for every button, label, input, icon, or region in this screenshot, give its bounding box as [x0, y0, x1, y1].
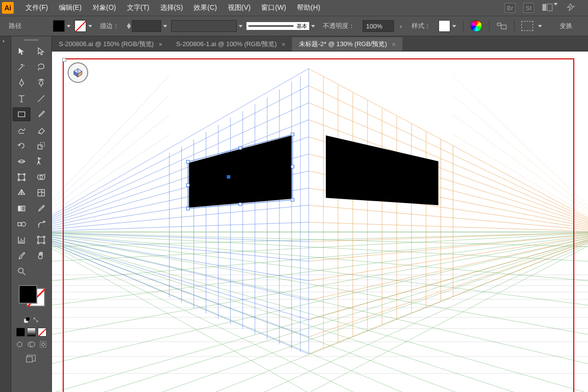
tab-doc-2[interactable]: S-200806-1.ai @ 100% (RGB/预览)×: [169, 37, 292, 51]
document-tabs: S-200806.ai @ 150% (RGB/预览)× S-200806-1.…: [52, 36, 588, 52]
arrange-docs-icon[interactable]: [542, 3, 558, 13]
pen-tool[interactable]: [13, 76, 30, 90]
close-icon[interactable]: ×: [282, 41, 286, 48]
eyedropper-tool[interactable]: [32, 202, 50, 215]
puppet-warp-tool[interactable]: [32, 155, 50, 168]
curvature-tool[interactable]: [32, 76, 50, 90]
svg-rect-137: [291, 198, 294, 201]
recolor-icon[interactable]: [470, 20, 482, 32]
draw-inside-icon[interactable]: [39, 340, 47, 350]
free-transform-tool[interactable]: [13, 170, 30, 184]
default-colors-icon[interactable]: [24, 316, 30, 325]
rotate-tool[interactable]: [13, 139, 30, 153]
svg-line-33: [52, 232, 355, 392]
bridge-icon[interactable]: Br: [505, 3, 515, 13]
type-tool[interactable]: [13, 92, 30, 105]
menu-help[interactable]: 帮助(H): [292, 1, 325, 14]
color-mode-solid[interactable]: [16, 328, 25, 337]
zoom-tool[interactable]: [13, 264, 30, 278]
left-panel-collapse[interactable]: ‹‹: [0, 36, 11, 392]
slice-tool[interactable]: [13, 249, 30, 262]
svg-line-45: [262, 232, 588, 392]
svg-line-36: [52, 232, 516, 392]
svg-point-8: [38, 161, 40, 163]
scale-tool[interactable]: [32, 139, 50, 153]
svg-rect-135: [291, 133, 294, 136]
canvas[interactable]: [52, 52, 588, 392]
svg-line-125: [52, 76, 170, 232]
artboard-tool[interactable]: [32, 233, 50, 247]
stroke-swatch[interactable]: [74, 20, 92, 32]
rectangle-tool[interactable]: [13, 107, 30, 121]
close-icon[interactable]: ×: [392, 41, 396, 48]
selection-tool[interactable]: [13, 45, 30, 58]
stroke-label: 描边：: [96, 21, 123, 31]
menu-bar: Ai 文件(F) 编辑(E) 对象(O) 文字(T) 选择(S) 效果(C) 视…: [0, 0, 588, 16]
menu-window[interactable]: 窗口(W): [256, 1, 291, 14]
svg-line-82: [52, 232, 309, 281]
svg-line-47: [160, 232, 588, 392]
column-graph-tool[interactable]: [13, 233, 30, 247]
swap-colors-icon[interactable]: [32, 316, 39, 325]
chevron-right-icon[interactable]: ›: [400, 23, 402, 30]
draw-normal-icon[interactable]: [16, 340, 24, 350]
line-tool[interactable]: [32, 92, 50, 105]
svg-rect-136: [291, 165, 294, 168]
eraser-tool[interactable]: [32, 123, 50, 137]
fill-swatch[interactable]: [53, 20, 71, 32]
transform-shape-icon[interactable]: [521, 21, 533, 31]
toolbox-grip[interactable]: [24, 39, 39, 41]
paintbrush-tool[interactable]: [32, 107, 50, 121]
mesh-tool[interactable]: [32, 186, 50, 200]
menu-edit[interactable]: 编辑(E): [54, 1, 87, 14]
svg-rect-17: [18, 206, 24, 211]
svg-line-128: [52, 134, 170, 232]
svg-rect-9: [19, 174, 24, 180]
align-icon[interactable]: [496, 22, 507, 30]
close-icon[interactable]: ×: [159, 41, 163, 48]
menu-effect[interactable]: 效果(C): [189, 1, 221, 14]
shape-builder-tool[interactable]: [32, 170, 50, 184]
menu-object[interactable]: 对象(O): [88, 1, 121, 14]
tab-doc-3[interactable]: 未标题-2* @ 130% (RGB/预览)×: [292, 37, 402, 51]
draw-behind-icon[interactable]: [27, 340, 35, 350]
shaper-tool[interactable]: [13, 123, 30, 137]
gpu-preview-icon[interactable]: [565, 3, 576, 13]
width-tool[interactable]: [13, 155, 30, 168]
svg-line-130: [453, 95, 588, 232]
menu-select[interactable]: 选择(S): [155, 1, 188, 14]
opacity-input[interactable]: 100%: [363, 20, 394, 32]
perspective-grid-tool[interactable]: [13, 186, 30, 200]
gradient-tool[interactable]: [13, 202, 30, 215]
graphic-style-swatch[interactable]: [439, 20, 456, 32]
screen-mode-icon[interactable]: [25, 354, 37, 365]
menu-view[interactable]: 视图(V): [223, 1, 256, 14]
brush-definition[interactable]: 基本: [246, 22, 315, 30]
stroke-width-input[interactable]: [127, 20, 167, 32]
svg-line-126: [52, 95, 170, 232]
fill-color-swatch[interactable]: [19, 285, 37, 304]
svg-line-46: [213, 232, 588, 392]
hand-tool[interactable]: [32, 249, 50, 262]
magic-wand-tool[interactable]: [13, 60, 30, 74]
direct-selection-tool[interactable]: [32, 45, 50, 58]
symbol-sprayer-tool[interactable]: [32, 217, 50, 231]
transform-label[interactable]: 变换: [556, 21, 576, 31]
color-mode-gradient[interactable]: [27, 328, 36, 337]
var-width-profile[interactable]: [171, 20, 243, 32]
svg-line-48: [101, 232, 588, 392]
svg-line-108: [309, 222, 588, 232]
svg-rect-27: [40, 341, 46, 347]
color-mode-none[interactable]: [38, 328, 47, 337]
lasso-tool[interactable]: [32, 60, 50, 74]
menu-file[interactable]: 文件(F): [21, 1, 53, 14]
tab-doc-1[interactable]: S-200806.ai @ 150% (RGB/预览)×: [52, 37, 169, 51]
svg-line-78: [52, 205, 309, 232]
perspective-plane-widget[interactable]: [68, 62, 88, 83]
stock-icon[interactable]: St: [523, 3, 534, 13]
svg-point-19: [22, 222, 25, 226]
blend-tool[interactable]: [13, 217, 30, 231]
svg-line-44: [309, 232, 588, 392]
fill-stroke-swatches[interactable]: [17, 283, 46, 308]
menu-type[interactable]: 文字(T): [122, 1, 154, 14]
